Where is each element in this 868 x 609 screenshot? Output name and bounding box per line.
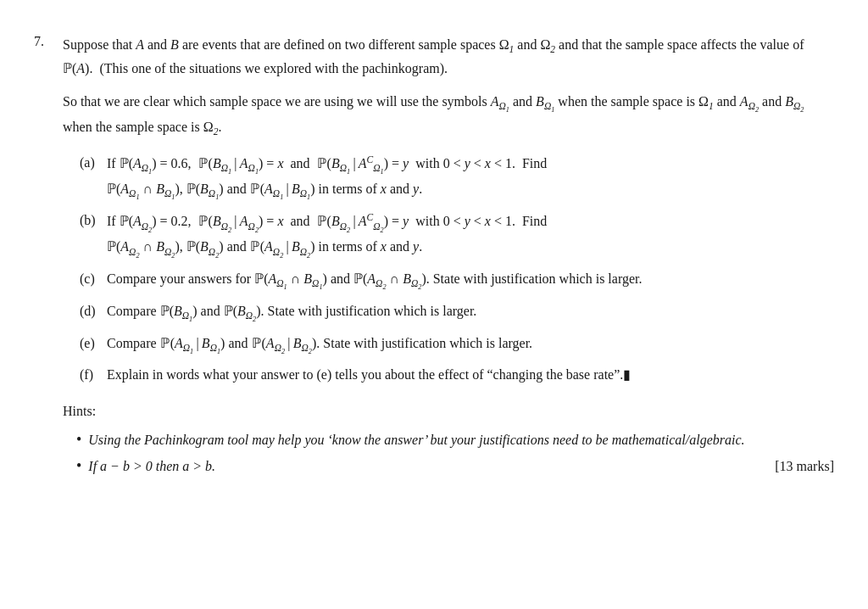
hints-section: Hints: • Using the Pachinkogram tool may… (63, 401, 834, 478)
sub-part-f-label: (f) (80, 364, 103, 386)
sub-part-a-label: (a) (80, 152, 103, 174)
sub-part-e-content: Compare ℙ (AΩ1 | BΩ1) and ℙ (AΩ2 | BΩ2).… (107, 332, 834, 358)
sub-part-e-label: (e) (80, 332, 103, 355)
sub-part-f: (f) Explain in words what your answer to… (80, 364, 834, 386)
bullet-1: • (76, 429, 81, 450)
problem-number-row: 7. Suppose that A and B are events that … (34, 34, 834, 483)
sub-part-b: (b) If ℙ(AΩ2) = 0.2, ℙ (BΩ2 | AΩ2) = x a… (80, 210, 834, 261)
sub-part-d-label: (d) (80, 300, 103, 322)
marks-label: [13 marks] (775, 455, 834, 478)
sub-part-c-content: Compare your answers for ℙ(AΩ1 ∩ BΩ1) an… (107, 268, 834, 293)
intro-paragraph-2: So that we are clear which sample space … (63, 91, 834, 139)
bullet-2: • (76, 455, 81, 477)
sub-part-d-content: Compare ℙ(BΩ1) and ℙ(BΩ2). State with ju… (107, 300, 834, 326)
sub-part-c-label: (c) (80, 268, 103, 290)
problem-container: 7. Suppose that A and B are events that … (34, 25, 834, 500)
hint-item-2: • If a − b > 0 then a > b. [13 marks] (76, 455, 834, 478)
hint-text-2: If a − b > 0 then a > b. (88, 455, 215, 478)
problem-number: 7. (34, 34, 58, 49)
intro-paragraph-1: Suppose that A and B are events that are… (63, 34, 834, 79)
hint-item-1: • Using the Pachinkogram tool may help y… (76, 429, 834, 451)
sub-part-f-content: Explain in words what your answer to (e)… (107, 364, 834, 386)
hints-label: Hints: (63, 401, 834, 422)
sub-parts-list: (a) If ℙ(AΩ1) = 0.6, ℙ (BΩ1 | AΩ1) = x a… (80, 152, 834, 387)
sub-part-d: (d) Compare ℙ(BΩ1) and ℙ(BΩ2). State wit… (80, 300, 834, 326)
sub-part-a-content: If ℙ(AΩ1) = 0.6, ℙ (BΩ1 | AΩ1) = x and ℙ… (107, 152, 834, 204)
sub-part-a: (a) If ℙ(AΩ1) = 0.6, ℙ (BΩ1 | AΩ1) = x a… (80, 152, 834, 204)
sub-part-b-label: (b) (80, 210, 103, 232)
hints-list: • Using the Pachinkogram tool may help y… (76, 429, 834, 478)
hint-text-1: Using the Pachinkogram tool may help you… (88, 429, 744, 451)
sub-part-e: (e) Compare ℙ (AΩ1 | BΩ1) and ℙ (AΩ2 | B… (80, 332, 834, 358)
sub-part-b-content: If ℙ(AΩ2) = 0.2, ℙ (BΩ2 | AΩ2) = x and ℙ… (107, 210, 834, 261)
problem-body: Suppose that A and B are events that are… (63, 34, 834, 483)
sub-part-c: (c) Compare your answers for ℙ(AΩ1 ∩ BΩ1… (80, 268, 834, 293)
